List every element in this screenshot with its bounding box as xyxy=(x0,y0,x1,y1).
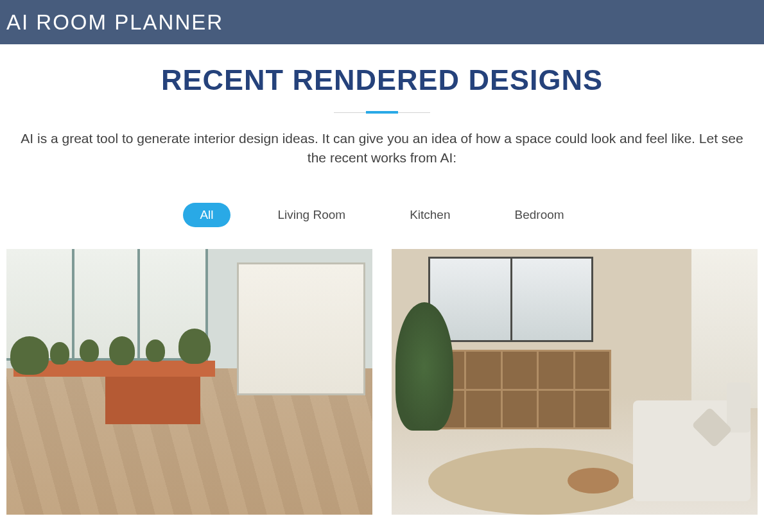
page-title: RECENT RENDERED DESIGNS xyxy=(6,64,758,97)
title-divider xyxy=(6,111,758,114)
filter-tab-living-room[interactable]: Living Room xyxy=(261,203,363,227)
design-gallery xyxy=(6,249,758,515)
filter-tab-all[interactable]: All xyxy=(183,203,230,227)
filter-tabs: All Living Room Kitchen Bedroom xyxy=(6,203,758,227)
logo[interactable]: AI ROOM PLANNER xyxy=(6,10,223,35)
main-content: RECENT RENDERED DESIGNS AI is a great to… xyxy=(0,44,764,515)
site-header: AI ROOM PLANNER xyxy=(0,0,764,44)
design-card[interactable] xyxy=(392,249,758,515)
page-description: AI is a great tool to generate interior … xyxy=(6,129,758,168)
filter-tab-kitchen[interactable]: Kitchen xyxy=(393,203,467,227)
filter-tab-bedroom[interactable]: Bedroom xyxy=(498,203,581,227)
design-card[interactable] xyxy=(6,249,372,515)
